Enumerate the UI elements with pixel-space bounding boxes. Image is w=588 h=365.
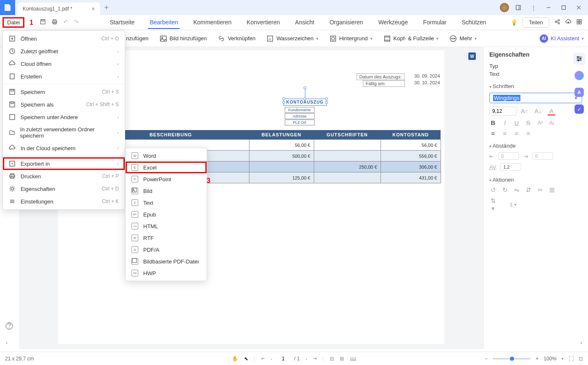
help-icon[interactable] xyxy=(5,322,13,331)
menu-recent[interactable]: Zuletzt geöffnet› xyxy=(3,45,125,57)
select-tool-icon[interactable]: ⬉ xyxy=(244,356,248,362)
superscript-icon[interactable]: A² xyxy=(536,120,544,126)
flip-v-icon[interactable]: ⇵ xyxy=(525,186,532,194)
page-number-input[interactable] xyxy=(278,356,288,362)
export-pdfa[interactable]: APDF/A xyxy=(126,244,207,256)
menu-save[interactable]: SpeichernCtrl + S xyxy=(3,86,125,98)
spacing-section[interactable]: Abstände xyxy=(489,143,582,149)
ai-tool-icon[interactable]: A xyxy=(573,86,585,98)
share-link-icon[interactable] xyxy=(554,19,560,26)
rotate-left-icon[interactable]: ↺ xyxy=(489,186,497,194)
char-spacing-input[interactable] xyxy=(500,163,521,171)
hand-tool-icon[interactable]: ✋ xyxy=(232,356,238,362)
print-icon[interactable] xyxy=(52,19,58,26)
menu-save-other[interactable]: Speichern unter Andere› xyxy=(3,111,125,123)
rotate-right-icon[interactable]: ↻ xyxy=(501,186,509,194)
app-logo[interactable] xyxy=(0,0,15,15)
resize-handle[interactable] xyxy=(282,97,285,100)
ribbon-add[interactable]: nzufügen xyxy=(126,35,149,42)
maximize-icon[interactable] xyxy=(558,2,570,13)
resize-handle[interactable] xyxy=(325,97,328,100)
ribbon-add-image[interactable]: Bild hinzufügen xyxy=(160,35,207,42)
ribbon-link[interactable]: Verknüpfen xyxy=(218,35,255,42)
export-image-pdf[interactable]: Bildbasierte PDF-Datei xyxy=(126,256,207,267)
font-shrink-icon[interactable]: A↓ xyxy=(534,107,542,115)
save-icon[interactable] xyxy=(40,19,46,26)
export-powerpoint[interactable]: PPowerPoint xyxy=(126,173,207,185)
indent-left-input[interactable] xyxy=(498,152,519,160)
ribbon-ai-assistant[interactable]: AIKI Assistent▾ xyxy=(540,34,584,43)
menu-konvertieren[interactable]: Konvertieren xyxy=(245,16,281,29)
cloud-upload-icon[interactable] xyxy=(565,19,571,26)
line-height-icon[interactable]: ⇅ ▾ xyxy=(489,197,497,212)
export-hwp[interactable]: HWHWP xyxy=(126,267,207,279)
menu-create[interactable]: Erstellen› xyxy=(3,70,125,83)
resize-handle[interactable] xyxy=(282,101,285,104)
minimize-icon[interactable] xyxy=(543,2,554,13)
first-page-icon[interactable]: ⇤ xyxy=(261,356,265,361)
zoom-out-icon[interactable]: − xyxy=(485,356,488,362)
menu-werkzeuge[interactable]: Werkzeuge xyxy=(377,16,410,29)
export-image[interactable]: Bild xyxy=(126,185,207,197)
resize-handle[interactable] xyxy=(325,101,328,104)
menu-settings[interactable]: EinstellungenCtrl + K xyxy=(3,195,125,208)
menu-startseite[interactable]: Startseite xyxy=(108,16,136,29)
export-rtf[interactable]: RRTF xyxy=(126,232,207,244)
ribbon-header-footer[interactable]: Kopf- & Fußzeile▾ xyxy=(383,35,439,42)
fit-page-icon[interactable]: ⊞ xyxy=(340,356,344,362)
menu-save-as[interactable]: Speichern alsCtrl + Shift + S xyxy=(3,98,125,111)
ai-check-icon[interactable]: ✓ xyxy=(573,103,585,115)
font-color-icon[interactable]: A xyxy=(548,107,555,115)
prev-page-arrow[interactable]: ‹ xyxy=(6,339,8,346)
export-html[interactable]: <>HTML xyxy=(126,220,207,232)
fit-icon[interactable]: ⊡ xyxy=(579,356,583,362)
menu-print[interactable]: DruckenCtrl + P xyxy=(3,170,125,182)
subscript-icon[interactable]: A₂ xyxy=(548,120,556,126)
fit-width-icon[interactable]: ⊟ xyxy=(330,356,334,362)
replace-icon[interactable]: ⊞ xyxy=(548,186,556,194)
menu-cloud-open[interactable]: Cloud öffnen› xyxy=(3,57,125,70)
grid-icon[interactable] xyxy=(576,19,582,26)
panel-icon[interactable] xyxy=(512,2,524,13)
share-button[interactable]: Teilen xyxy=(522,17,549,28)
menu-formular[interactable]: Formular xyxy=(421,16,448,29)
zoom-in-icon[interactable]: + xyxy=(536,356,538,362)
align-center-icon[interactable]: ≡ xyxy=(501,130,509,137)
menu-bearbeiten[interactable]: Bearbeiten xyxy=(148,16,180,29)
document-tab[interactable]: Kontoauszug1_1.pdf * × xyxy=(18,3,100,15)
export-epub[interactable]: EPEpub xyxy=(126,209,207,220)
convert-word-bubble[interactable]: W xyxy=(466,50,478,62)
font-size-input[interactable] xyxy=(489,107,517,116)
indent-right-input[interactable] xyxy=(532,152,553,160)
menu-open[interactable]: ÖffnenCtrl + O xyxy=(3,32,125,45)
next-page-icon[interactable]: › xyxy=(306,356,307,361)
export-word[interactable]: WWord xyxy=(126,150,207,162)
font-family-select[interactable]: Wingdings▾ xyxy=(489,93,582,103)
align-left-icon[interactable]: ≡ xyxy=(489,130,497,137)
ribbon-more[interactable]: Mehr▾ xyxy=(449,35,477,42)
ribbon-background[interactable]: Hintergrund▾ xyxy=(329,35,373,42)
ribbon-watermark[interactable]: AWasserzeichen▾ xyxy=(266,35,318,42)
export-excel[interactable]: EExcel xyxy=(126,162,207,173)
read-mode-icon[interactable]: 📖 xyxy=(350,356,356,362)
file-menu-button[interactable]: Datei xyxy=(3,17,24,28)
menu-schuetzen[interactable]: Schützen xyxy=(460,16,488,29)
fullscreen-icon[interactable]: ⛶ xyxy=(569,356,574,362)
export-text[interactable]: TText xyxy=(126,197,207,209)
align-right-icon[interactable]: ≡ xyxy=(513,130,520,137)
bulb-icon[interactable]: 💡 xyxy=(511,19,517,26)
user-avatar[interactable] xyxy=(500,3,509,12)
menu-properties[interactable]: EigenschaftenCtrl + D xyxy=(3,182,125,195)
menu-organisieren[interactable]: Organisieren xyxy=(328,16,365,29)
zoom-thumb[interactable] xyxy=(510,357,514,361)
font-grow-icon[interactable]: A↑ xyxy=(521,107,528,115)
undo-icon[interactable]: ↶ xyxy=(63,19,68,26)
bold-icon[interactable]: B xyxy=(489,119,497,126)
crop-icon[interactable]: ✂ xyxy=(536,186,544,194)
redo-icon[interactable]: ↷ xyxy=(74,19,79,26)
last-page-icon[interactable]: ⇥ xyxy=(313,356,317,361)
fonts-section[interactable]: Schriften xyxy=(489,83,582,89)
column-icon[interactable]: ⦀ ▾ xyxy=(509,201,517,209)
align-justify-icon[interactable]: ≡ xyxy=(525,130,532,137)
flip-h-icon[interactable]: ⇋ xyxy=(513,186,520,194)
